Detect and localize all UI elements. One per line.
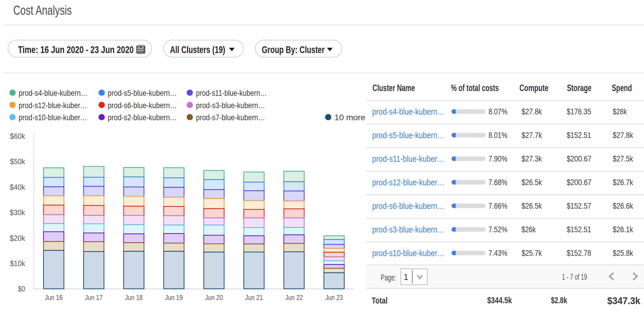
svg-text:$0: $0 — [18, 284, 25, 293]
svg-text:$152.51: $152.51 — [567, 225, 591, 234]
svg-text:8.07%: 8.07% — [488, 107, 507, 116]
svg-text:$26.6k: $26.6k — [613, 201, 633, 210]
svg-text:prod-s3-blue-kubern…: prod-s3-blue-kubern… — [372, 225, 444, 234]
svg-text:$347.3k: $347.3k — [607, 295, 640, 306]
svg-text:Page:: Page: — [381, 273, 396, 282]
svg-text:$200.67: $200.67 — [567, 154, 591, 163]
svg-text:prod-s12-blue-kuber…: prod-s12-blue-kuber… — [19, 101, 87, 110]
svg-text:$344.5k: $344.5k — [487, 296, 512, 305]
svg-text:prod-s2-blue-kubern…: prod-s2-blue-kubern… — [108, 113, 177, 122]
svg-text:1: 1 — [403, 272, 408, 282]
svg-text:$25.7k: $25.7k — [522, 248, 542, 258]
svg-text:$152.51: $152.51 — [567, 131, 591, 140]
svg-text:10 more: 10 more — [334, 113, 365, 122]
svg-text:$30k: $30k — [10, 208, 25, 217]
svg-text:Group By: Cluster: Group By: Cluster — [262, 44, 325, 55]
svg-text:$152.57: $152.57 — [567, 201, 591, 210]
svg-text:$20k: $20k — [10, 234, 25, 243]
svg-text:$40k: $40k — [10, 183, 25, 192]
svg-text:8.01%: 8.01% — [488, 131, 507, 140]
svg-text:prod-s10-blue-kuber…: prod-s10-blue-kuber… — [19, 113, 87, 122]
svg-text:$50k: $50k — [10, 157, 25, 166]
svg-text:$26.7k: $26.7k — [613, 178, 633, 187]
svg-text:prod-s4-blue-kubern…: prod-s4-blue-kubern… — [19, 88, 88, 98]
svg-text:Storage: Storage — [567, 83, 591, 93]
svg-text:Jun 21: Jun 21 — [245, 293, 263, 301]
svg-text:$27.7k: $27.7k — [522, 131, 542, 140]
svg-text:Cost Analysis: Cost Analysis — [13, 3, 72, 17]
svg-text:prod-s10-blue-kuber…: prod-s10-blue-kuber… — [372, 248, 444, 258]
svg-text:$60k: $60k — [10, 132, 25, 141]
svg-text:prod-s4-blue-kubern…: prod-s4-blue-kubern… — [372, 107, 444, 116]
svg-text:$27.8k: $27.8k — [522, 107, 542, 116]
svg-text:prod-s12-blue-kuber…: prod-s12-blue-kuber… — [372, 177, 444, 187]
svg-text:$26.1k: $26.1k — [613, 225, 633, 234]
svg-text:prod-s5-blue-kubern…: prod-s5-blue-kubern… — [372, 130, 444, 140]
svg-text:$27.5k: $27.5k — [613, 154, 633, 163]
svg-text:Jun 17: Jun 17 — [85, 293, 103, 301]
svg-text:7.52%: 7.52% — [488, 225, 507, 234]
svg-text:Compute: Compute — [519, 83, 548, 93]
svg-text:prod-s6-blue-kubern…: prod-s6-blue-kubern… — [372, 201, 444, 211]
svg-text:7.90%: 7.90% — [488, 154, 507, 163]
svg-text:Jun 23: Jun 23 — [325, 293, 343, 301]
svg-text:$152.78: $152.78 — [567, 248, 591, 258]
svg-text:Jun 20: Jun 20 — [205, 293, 223, 301]
svg-text:Total: Total — [372, 296, 388, 305]
svg-text:% of total costs: % of total costs — [451, 83, 499, 93]
svg-text:Jun 19: Jun 19 — [165, 293, 183, 301]
svg-text:1 - 7 of 19: 1 - 7 of 19 — [562, 273, 587, 281]
svg-text:$28k: $28k — [613, 107, 627, 116]
svg-text:$25.8k: $25.8k — [613, 248, 633, 258]
svg-text:prod-s11-blue-kuber…: prod-s11-blue-kuber… — [372, 154, 444, 164]
svg-text:Time: 16 Jun 2020 - 23 Jun 202: Time: 16 Jun 2020 - 23 Jun 2020 — [18, 44, 134, 55]
svg-text:prod-s6-blue-kubern…: prod-s6-blue-kubern… — [108, 101, 177, 110]
svg-text:prod-s3-blue-kubern…: prod-s3-blue-kubern… — [196, 101, 265, 110]
svg-text:7.66%: 7.66% — [488, 201, 507, 210]
svg-text:$27.3k: $27.3k — [522, 154, 542, 163]
svg-text:Cluster Name: Cluster Name — [372, 83, 415, 93]
svg-text:$26k: $26k — [522, 225, 536, 234]
svg-text:$10k: $10k — [10, 259, 25, 268]
svg-text:7.68%: 7.68% — [488, 178, 507, 187]
svg-text:prod-s5-blue-kubern…: prod-s5-blue-kubern… — [108, 88, 177, 98]
svg-text:Jun 16: Jun 16 — [45, 293, 63, 301]
svg-text:$2.8k: $2.8k — [551, 296, 568, 305]
svg-text:Spend: Spend — [612, 83, 632, 93]
svg-text:prod-s7-blue-kubern…: prod-s7-blue-kubern… — [196, 113, 265, 122]
svg-text:7.43%: 7.43% — [488, 248, 507, 258]
svg-text:$26.5k: $26.5k — [522, 178, 542, 187]
svg-text:$200.67: $200.67 — [567, 178, 591, 187]
svg-text:Jun 18: Jun 18 — [125, 293, 143, 301]
svg-text:Jun 22: Jun 22 — [285, 293, 303, 301]
svg-text:All Clusters (19): All Clusters (19) — [170, 44, 225, 55]
svg-text:prod-s11-blue-kubern…: prod-s11-blue-kubern… — [196, 88, 267, 98]
svg-text:$176.35: $176.35 — [567, 107, 591, 116]
svg-text:$26.5k: $26.5k — [522, 201, 542, 210]
svg-text:$27.8k: $27.8k — [613, 131, 633, 140]
